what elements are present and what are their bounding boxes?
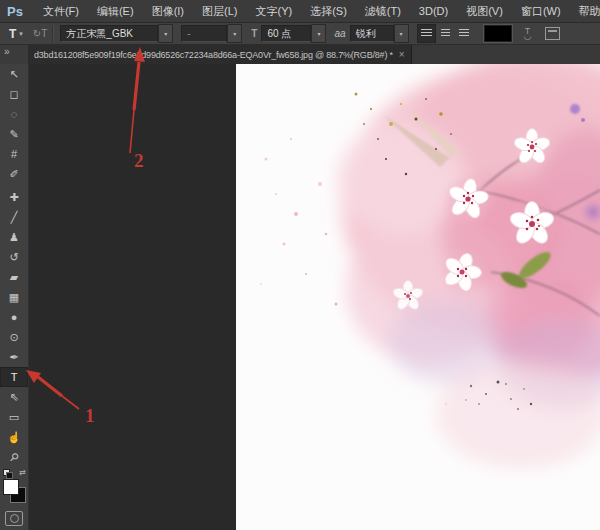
menu-item-window[interactable]: 窗口(W)	[512, 0, 570, 22]
chevron-down-icon: ▾	[400, 30, 403, 37]
menu-item-help[interactable]: 帮助(H)	[570, 0, 600, 22]
gradient-tool-icon: ▦	[9, 291, 19, 304]
anti-alias-dropdown-button[interactable]: ▾	[394, 24, 409, 43]
dodge-tool-icon: ⊙	[9, 331, 18, 344]
tool-lasso[interactable]: ◌	[0, 104, 28, 124]
menu-bar: Ps 文件(F) 编辑(E) 图像(I) 图层(L) 文字(Y) 选择(S) 滤…	[0, 0, 600, 23]
type-tool-icon: T	[11, 371, 18, 383]
tool-pen[interactable]: ✒	[0, 347, 28, 367]
blur-tool-icon: ●	[11, 311, 18, 323]
menu-item-filter[interactable]: 滤镜(T)	[356, 0, 410, 22]
anti-alias-value: 锐利	[356, 27, 376, 41]
tool-options-bar: T ▾ ↻T 方正宋黑_GBK ▾ - ▾ T 60 点 ▾ aa 锐利 ▾	[0, 23, 600, 45]
quick-mask-icon	[10, 514, 19, 523]
tool-hand[interactable]: ☝	[0, 427, 28, 447]
align-center-button[interactable]	[436, 24, 455, 43]
healing-brush-tool-icon: ✚	[9, 191, 18, 204]
close-icon[interactable]: ×	[399, 49, 405, 60]
eraser-tool-icon: ▰	[10, 271, 18, 284]
menu-item-layer[interactable]: 图层(L)	[193, 0, 246, 22]
font-family-field[interactable]: 方正宋黑_GBK	[60, 25, 158, 42]
tool-crop[interactable]: #	[0, 144, 28, 164]
toolbar-collapse-button[interactable]: »	[0, 45, 28, 64]
align-right-button[interactable]	[455, 24, 474, 43]
tool-blur[interactable]: ●	[0, 307, 28, 327]
path-selection-tool-icon: ⇖	[9, 391, 18, 404]
tool-type[interactable]: T	[0, 367, 28, 387]
text-align-group	[417, 24, 474, 43]
tool-zoom[interactable]: ⚲	[0, 447, 28, 467]
swap-colors-icon[interactable]: ⇄	[19, 469, 26, 477]
tool-move[interactable]: ↖	[0, 64, 28, 84]
tool-gradient[interactable]: ▦	[0, 287, 28, 307]
tool-preset-caret-icon[interactable]: ▾	[19, 30, 23, 38]
document-tab-bar: d3bd161208f5e909f19fc6e3d99d6526c72234a8…	[28, 45, 600, 64]
chevron-down-icon: ▾	[164, 30, 167, 37]
toggle-panels-icon[interactable]	[545, 27, 560, 40]
align-left-button[interactable]	[417, 24, 436, 43]
color-swatches: ⇄	[0, 469, 28, 507]
tool-eraser[interactable]: ▰	[0, 267, 28, 287]
font-style-dropdown-button[interactable]: ▾	[227, 24, 242, 43]
font-size-field[interactable]: 60 点	[261, 25, 311, 42]
history-brush-tool-icon: ↺	[9, 251, 18, 264]
tool-path-selection[interactable]: ⇖	[0, 387, 28, 407]
tools-panel: ↖ ◻ ◌ ✎ # ✐ ✚ ╱ ♟ ↺ ▰ ▦ ● ⊙ ✒ T ⇖ ▭ ☝ ⚲ …	[0, 64, 29, 530]
hand-tool-icon: ☝	[7, 431, 21, 444]
zoom-tool-icon: ⚲	[7, 450, 22, 465]
tool-rectangular-marquee[interactable]: ◻	[0, 84, 28, 104]
text-orientation-icon[interactable]: ↻T	[33, 28, 48, 39]
menu-item-select[interactable]: 选择(S)	[301, 0, 356, 22]
menu-item-3d[interactable]: 3D(D)	[410, 0, 457, 22]
quick-selection-tool-icon: ✎	[9, 128, 18, 141]
font-family-dropdown-button[interactable]: ▾	[158, 24, 173, 43]
warp-text-icon[interactable]: T ◡	[524, 29, 532, 39]
document-title: d3bd161208f5e909f19fc6e3d99d6526c72234a8…	[34, 50, 393, 60]
tool-eyedropper[interactable]: ✐	[0, 164, 28, 184]
align-right-icon	[459, 29, 469, 38]
font-size-icon: T	[251, 28, 257, 39]
brush-tool-icon: ╱	[11, 211, 18, 224]
text-color-swatch[interactable]	[484, 25, 512, 42]
document-tab[interactable]: d3bd161208f5e909f19fc6e3d99d6526c72234a8…	[28, 45, 412, 64]
menu-item-file[interactable]: 文件(F)	[34, 0, 88, 22]
watercolor-cherry-blossom-art	[236, 64, 600, 530]
flower	[508, 200, 556, 248]
tool-spot-healing-brush[interactable]: ✚	[0, 187, 28, 207]
default-colors-icon[interactable]	[3, 469, 12, 477]
anti-alias-field[interactable]: 锐利	[350, 25, 394, 42]
separator	[52, 26, 53, 42]
menu-item-type[interactable]: 文字(Y)	[246, 0, 301, 22]
menu-item-edit[interactable]: 编辑(E)	[88, 0, 143, 22]
font-style-value: -	[187, 28, 190, 39]
collapse-icon: »	[4, 46, 10, 57]
tool-quick-selection[interactable]: ✎	[0, 124, 28, 144]
tool-dodge[interactable]: ⊙	[0, 327, 28, 347]
align-left-icon	[421, 29, 432, 38]
type-tool-icon: T	[9, 27, 16, 41]
font-style-field[interactable]: -	[181, 25, 227, 42]
font-size-dropdown-button[interactable]: ▾	[311, 24, 326, 43]
chevron-down-icon: ▾	[233, 30, 236, 37]
marquee-tool-icon: ◻	[9, 88, 18, 101]
anti-alias-icon: aa	[334, 28, 345, 39]
menu-item-image[interactable]: 图像(I)	[143, 0, 193, 22]
pen-tool-icon: ✒	[9, 351, 18, 364]
photoshop-logo: Ps	[0, 4, 34, 19]
clone-stamp-tool-icon: ♟	[9, 231, 19, 244]
eyedropper-tool-icon: ✐	[9, 168, 18, 181]
foreground-color-swatch[interactable]	[3, 479, 19, 495]
font-family-value: 方正宋黑_GBK	[66, 27, 133, 41]
tool-history-brush[interactable]: ↺	[0, 247, 28, 267]
align-center-icon	[441, 29, 450, 38]
tool-clone-stamp[interactable]: ♟	[0, 227, 28, 247]
tool-brush[interactable]: ╱	[0, 207, 28, 227]
document-image[interactable]	[236, 64, 600, 530]
quick-mask-button[interactable]	[5, 511, 23, 526]
crop-tool-icon: #	[11, 148, 17, 160]
tool-rectangle[interactable]: ▭	[0, 407, 28, 427]
menu-item-view[interactable]: 视图(V)	[457, 0, 512, 22]
warp-text-curve: ◡	[524, 34, 532, 39]
lasso-tool-icon: ◌	[11, 108, 18, 120]
photoshop-window: Ps 文件(F) 编辑(E) 图像(I) 图层(L) 文字(Y) 选择(S) 滤…	[0, 0, 600, 530]
